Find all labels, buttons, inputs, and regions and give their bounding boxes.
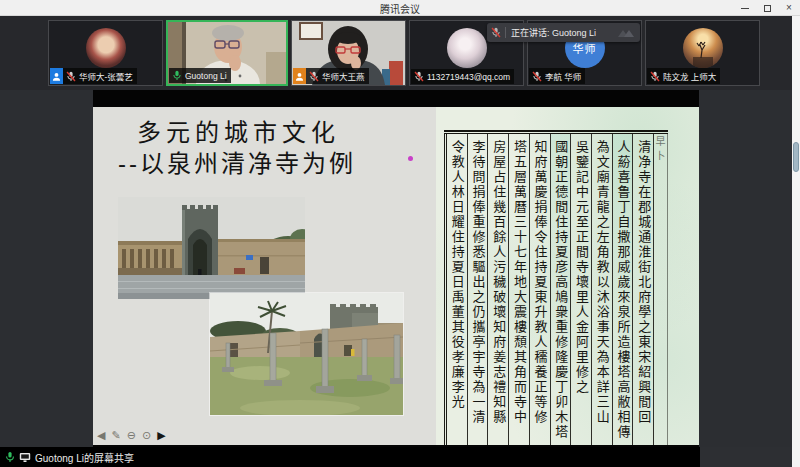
document-column: 國朝正德間住持夏彦高鳩衆重修隆慶丁卯木塔壞 [551, 134, 572, 445]
participant-name: 李航 华师 [545, 70, 581, 82]
maximize-icon [764, 5, 771, 12]
pen-tool-icon[interactable]: ✎ [111, 429, 120, 441]
document-columns: 早卜清净寺在郡城通淮街北府學之東宋紹興間回人蒶喜鲁丁自撒那威歲來泉所造樓塔高敝相… [444, 134, 668, 445]
mic-muted-icon [414, 71, 424, 82]
scrollbar-thumb[interactable] [793, 142, 799, 172]
share-status-bar: Guotong Li的屏幕共享 [0, 447, 700, 467]
participant-namebar: 华师大-张蕓艺 [50, 68, 137, 84]
member-badge-icon [50, 68, 63, 84]
close-icon: × [786, 3, 792, 13]
slideshow-toolbar: ◀ ✎ ⊖ ⊙ ▶ [97, 429, 166, 441]
scrollbar[interactable] [792, 16, 800, 467]
divider [505, 27, 506, 38]
mic-muted-icon [66, 71, 76, 82]
slide-title-line1: 多元的城市文化 [137, 113, 340, 148]
collapse-chevrons-icon[interactable] [616, 27, 636, 38]
mic-muted-icon [309, 71, 319, 82]
letterbox [93, 90, 699, 107]
participant-name: 1132719443@qq.com [427, 72, 510, 82]
document-column: 吳鑒記中元至正間寺壞里人金阿里修之 [571, 134, 592, 445]
mic-muted-icon [532, 71, 542, 82]
participant-tile-2[interactable]: Guotong Li [166, 20, 288, 86]
document-scan: 早卜清净寺在郡城通淮街北府學之東宋紹興間回人蒶喜鲁丁自撒那威歲來泉所造樓塔高敝相… [436, 107, 699, 445]
photo-mosque-gate [118, 197, 305, 299]
participant-namebar: 华师大王燕 [293, 68, 369, 84]
screen-share-stage: 多元的城市文化 --以泉州清净寺为例 [0, 90, 800, 447]
document-column: 塔五層萬曆三十七年地大震樓頹其角而寺中 [509, 134, 530, 445]
participant-name: 陆文龙 上师大 [663, 70, 716, 82]
minimize-button[interactable] [734, 0, 756, 16]
mic-muted-icon [650, 71, 660, 82]
document-column: 房屋占住幾百餘人污穢破壞知府姜志禮知縣 [488, 134, 509, 445]
photo-mosque-courtyard [210, 293, 403, 415]
speaking-toast: 正在讲话: Guotong Li [487, 23, 640, 42]
share-status-text: Guotong Li的屏幕共享 [35, 450, 134, 465]
laser-pointer-dot [408, 156, 413, 161]
document-column: 為文廟青龍之左角教以沐浴事天為本詳三山 [592, 134, 613, 445]
speaking-toast-text: 正在讲话: Guotong Li [511, 26, 596, 39]
previous-slide-icon[interactable]: ◀ [97, 429, 105, 441]
member-badge-icon [293, 68, 306, 84]
close-button[interactable]: × [778, 0, 800, 16]
document-column: 令教人林日耀住持夏日禹董其役孝廉李光 [447, 134, 468, 445]
bottom-bar: Guotong Li的屏幕共享 [0, 447, 800, 467]
window-title: 腾讯会议 [0, 1, 800, 16]
minimize-icon [741, 8, 749, 9]
document-column: 知府萬慶捐俸令住持夏東升教人穤養正等修 [530, 134, 551, 445]
screen-share-icon [19, 452, 31, 463]
slide-title-line2: --以泉州清净寺为例 [118, 144, 356, 179]
avatar-initials: 华师 [573, 40, 597, 56]
slideshow-menu-icon[interactable]: ⊖ [127, 429, 136, 441]
mic-on-icon [5, 451, 15, 463]
avatar [86, 28, 126, 68]
document-column: 李待問捐俸重修悉驅出之仍攜亭宇寺為一清 [468, 134, 489, 445]
slideshow-options-icon[interactable]: ⊙ [142, 429, 151, 441]
participant-tile-1[interactable]: 华师大-张蕓艺 [48, 20, 163, 86]
participant-tile-3[interactable]: 华师大王燕 [291, 20, 406, 86]
avatar [447, 28, 487, 68]
participant-tile-6[interactable]: 陆文龙 上师大 [645, 20, 760, 86]
participant-name: 华师大王燕 [322, 70, 365, 82]
participant-strip: 华师大-张蕓艺 Guotong Li [0, 16, 800, 90]
avatar [683, 28, 723, 68]
document-column: 早卜 [654, 134, 668, 445]
document-column: 清净寺在郡城通淮街北府學之東宋紹興間回 [633, 134, 654, 445]
mic-muted-icon [491, 27, 501, 38]
maximize-button[interactable] [756, 0, 778, 16]
presentation-slide: 多元的城市文化 --以泉州清净寺为例 [93, 107, 699, 445]
window-titlebar: 腾讯会议 × [0, 0, 800, 16]
mic-on-icon [172, 70, 182, 81]
next-slide-icon[interactable]: ▶ [157, 429, 165, 441]
participant-name: 华师大-张蕓艺 [79, 70, 133, 82]
participant-name: Guotong Li [185, 71, 227, 81]
document-column: 人蒶喜鲁丁自撒那威歲來泉所造樓塔高敝相傳 [613, 134, 634, 445]
